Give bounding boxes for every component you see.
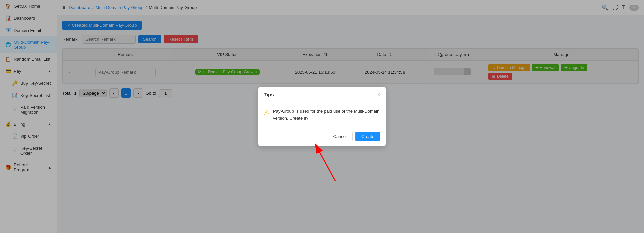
modal-body: ⚠ Pay-Group is used for the paid use of … [258,101,386,129]
warning-icon: ⚠ [264,109,270,117]
modal-title: Tips [264,92,274,97]
modal-overlay: Tips × ⚠ Pay-Group is used for the paid … [0,0,644,233]
tips-modal: Tips × ⚠ Pay-Group is used for the paid … [258,87,386,147]
create-button[interactable]: Create [355,132,380,141]
modal-message: Pay-Group is used for the paid use of th… [273,108,380,122]
cancel-button[interactable]: Cancel [328,132,353,141]
modal-close-button[interactable]: × [377,92,380,98]
svg-line-1 [315,144,335,181]
modal-footer: Cancel Create [258,128,386,146]
modal-header: Tips × [258,87,386,101]
